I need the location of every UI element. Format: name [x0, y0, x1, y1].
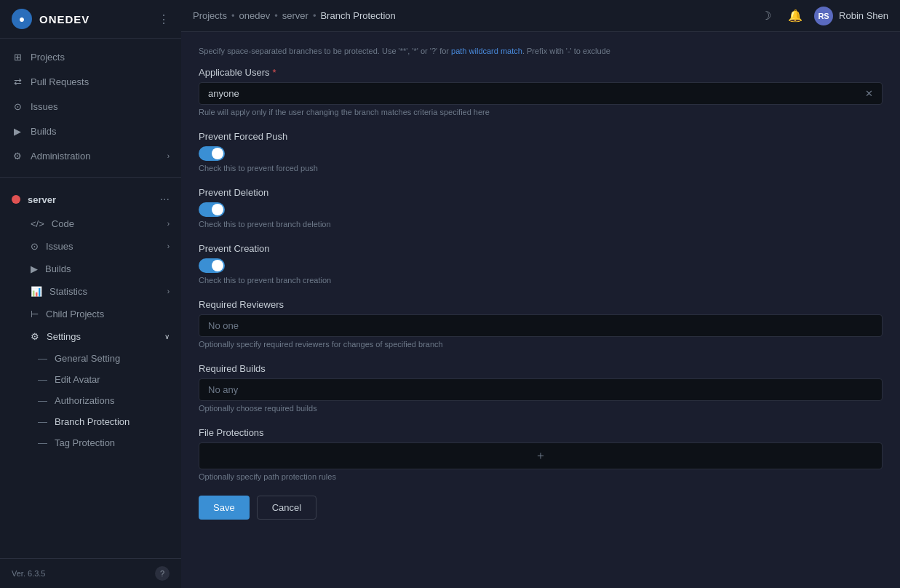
- wildcard-match-link[interactable]: path wildcard match: [451, 47, 522, 55]
- file-protections-group: File Protections ＋ Optionally specify pa…: [199, 427, 883, 481]
- content-area: Specify space-separated branches to be p…: [181, 32, 900, 588]
- action-buttons: Save Cancel: [199, 496, 883, 520]
- settings-item-general[interactable]: — General Setting: [0, 348, 181, 369]
- chevron-right-icon: ›: [167, 152, 170, 160]
- tree-icon: ⊢: [31, 309, 39, 319]
- prevent-creation-label: Prevent Creation: [199, 243, 883, 254]
- sidebar-item-code[interactable]: </> Code ›: [0, 212, 181, 235]
- chevron-right-icon: ›: [167, 287, 170, 295]
- sidebar: ● ONEDEV ⋮ ⊞ Projects ⇄ Pull Requests ⊙ …: [0, 0, 181, 588]
- project-section: server ··· </> Code › ⊙ Issues › ▶ Build…: [0, 180, 181, 459]
- app-logo: ●: [12, 9, 32, 29]
- breadcrumb: Projects • onedev • server • Branch Prot…: [193, 10, 396, 21]
- sidebar-item-administration[interactable]: ⚙ Administration ›: [0, 143, 181, 168]
- prevent-forced-push-group: Prevent Forced Push Check this to preven…: [199, 131, 883, 172]
- sidebar-item-label: Builds: [31, 126, 56, 137]
- required-reviewers-hint: Optionally specify required reviewers fo…: [199, 340, 883, 349]
- project-menu-button[interactable]: ···: [160, 193, 170, 206]
- settings-item-label: Tag Protection: [55, 437, 115, 448]
- sidebar-item-label: Settings: [47, 331, 81, 342]
- sidebar-item-label: Administration: [31, 151, 90, 162]
- prevent-creation-group: Prevent Creation Check this to prevent b…: [199, 243, 883, 285]
- user-name: Robin Shen: [839, 10, 888, 21]
- prevent-creation-toggle[interactable]: [199, 258, 225, 273]
- cancel-button[interactable]: Cancel: [257, 496, 316, 520]
- sidebar-item-child-projects[interactable]: ⊢ Child Projects: [0, 303, 181, 325]
- sidebar-item-label: Projects: [31, 52, 65, 63]
- add-file-protection-button[interactable]: ＋: [529, 448, 552, 464]
- required-indicator: *: [273, 67, 276, 78]
- topbar-actions: ☽ 🔔 RS Robin Shen: [756, 6, 888, 26]
- applicable-users-label: Applicable Users *: [199, 67, 883, 78]
- breadcrumb-onedev[interactable]: onedev: [239, 10, 271, 21]
- prevent-creation-hint: Check this to prevent branch creation: [199, 276, 883, 285]
- save-button[interactable]: Save: [199, 496, 250, 520]
- prevent-forced-push-label: Prevent Forced Push: [199, 131, 883, 142]
- breadcrumb-server[interactable]: server: [282, 10, 308, 21]
- project-header[interactable]: server ···: [0, 186, 181, 212]
- help-button[interactable]: ?: [155, 566, 170, 581]
- required-reviewers-select[interactable]: No one: [199, 314, 883, 337]
- sidebar-item-pull-requests[interactable]: ⇄ Pull Requests: [0, 69, 181, 94]
- prevent-deletion-label: Prevent Deletion: [199, 187, 883, 198]
- clear-input-button[interactable]: ✕: [865, 88, 873, 99]
- sidebar-item-label: Issues: [46, 241, 73, 252]
- required-builds-group: Required Builds No any Optionally choose…: [199, 363, 883, 413]
- applicable-users-hint: Rule will apply only if the user changin…: [199, 108, 883, 116]
- project-color-dot: [12, 195, 20, 204]
- settings-item-branch-protection[interactable]: — Branch Protection: [0, 411, 181, 432]
- applicable-users-group: Applicable Users * anyone ✕ Rule will ap…: [199, 67, 883, 116]
- chevron-right-icon: ›: [167, 242, 170, 250]
- sidebar-item-label: Builds: [45, 263, 71, 274]
- settings-item-label: Authorizations: [55, 395, 114, 406]
- circle-play-icon: ▶: [12, 125, 23, 137]
- avatar: RS: [814, 7, 833, 25]
- file-protections-hint: Optionally specify path protection rules: [199, 472, 883, 481]
- notifications-button[interactable]: 🔔: [785, 6, 805, 26]
- prevent-deletion-hint: Check this to prevent branch deletion: [199, 220, 883, 229]
- sidebar-item-issues[interactable]: ⊙ Issues ›: [0, 235, 181, 258]
- sidebar-header: ● ONEDEV ⋮: [0, 0, 181, 39]
- settings-item-tag-protection[interactable]: — Tag Protection: [0, 432, 181, 453]
- breadcrumb-projects[interactable]: Projects: [193, 10, 227, 21]
- prevent-forced-push-toggle[interactable]: [199, 146, 225, 161]
- sidebar-item-label: Issues: [31, 101, 58, 112]
- sidebar-item-label: Code: [52, 218, 74, 229]
- settings-item-label: Branch Protection: [55, 416, 130, 427]
- prevent-deletion-group: Prevent Deletion Check this to prevent b…: [199, 187, 883, 229]
- settings-item-edit-avatar[interactable]: — Edit Avatar: [0, 369, 181, 390]
- chart-icon: 📊: [31, 286, 42, 297]
- code-icon: </>: [31, 218, 44, 229]
- settings-item-authorizations[interactable]: — Authorizations: [0, 390, 181, 411]
- sidebar-item-label: Statistics: [49, 286, 87, 297]
- required-reviewers-group: Required Reviewers No one Optionally spe…: [199, 299, 883, 349]
- sidebar-collapse-button[interactable]: ⋮: [158, 12, 170, 26]
- prevent-forced-push-hint: Check this to prevent forced push: [199, 164, 883, 172]
- user-menu[interactable]: RS Robin Shen: [814, 7, 888, 25]
- sidebar-item-builds[interactable]: ▶ Builds: [0, 119, 181, 143]
- file-protections-label: File Protections: [199, 427, 883, 438]
- applicable-users-input[interactable]: anyone ✕: [199, 82, 883, 105]
- file-protections-field[interactable]: ＋: [199, 442, 883, 469]
- prevent-deletion-toggle[interactable]: [199, 202, 225, 217]
- chevron-right-icon: ›: [167, 220, 170, 228]
- sidebar-item-settings[interactable]: ⚙ Settings ∨: [0, 325, 181, 348]
- version-text: Ver. 6.3.5: [12, 569, 45, 578]
- sidebar-item-builds[interactable]: ▶ Builds: [0, 258, 181, 280]
- issue-icon: ⊙: [31, 241, 39, 252]
- sliders-icon: ⚙: [31, 331, 39, 342]
- theme-toggle-button[interactable]: ☽: [756, 6, 776, 26]
- sidebar-item-issues[interactable]: ⊙ Issues: [0, 94, 181, 119]
- sidebar-item-label: Pull Requests: [31, 76, 89, 87]
- required-builds-label: Required Builds: [199, 363, 883, 374]
- sidebar-item-statistics[interactable]: 📊 Statistics ›: [0, 280, 181, 303]
- main-area: Projects • onedev • server • Branch Prot…: [181, 0, 900, 588]
- pull-request-icon: ⇄: [12, 76, 23, 87]
- sidebar-item-label: Child Projects: [46, 309, 104, 319]
- gear-icon: ⚙: [12, 150, 23, 162]
- breadcrumb-current: Branch Protection: [320, 10, 395, 21]
- required-builds-select[interactable]: No any: [199, 378, 883, 401]
- sidebar-footer: Ver. 6.3.5 ?: [0, 558, 181, 588]
- sidebar-item-projects[interactable]: ⊞ Projects: [0, 44, 181, 69]
- builds-icon: ▶: [31, 263, 38, 274]
